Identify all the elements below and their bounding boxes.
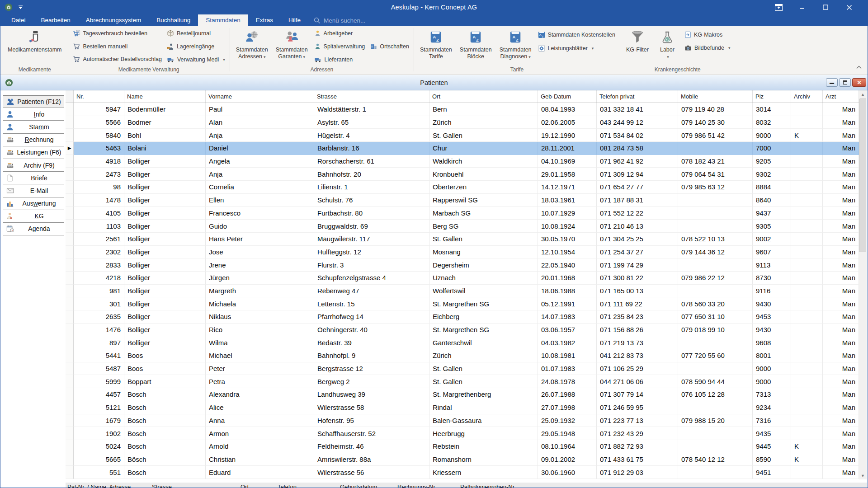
table-row[interactable]: 5665BöschChristianAmriswilerstr. 88aRoma… [66, 453, 859, 466]
lieferanten-button[interactable]: Lieferanten [314, 56, 365, 63]
column-header-vorname[interactable]: Vorname [206, 90, 314, 103]
table-row[interactable]: 5999BoppartPetraBergweg 2St. Gallen24.08… [66, 375, 859, 388]
table-row[interactable]: 5441BoosMichaelBahnhofpl. 9Zürich10.08.1… [66, 349, 859, 362]
table-row[interactable]: 981BolligerMargrethRebenweg 47Wolfertswi… [66, 285, 859, 298]
ortschaften-button[interactable]: Ortschaften [370, 43, 409, 50]
table-row[interactable]: 5121BoschAliceWilerstrasse 58Rindal27.07… [66, 401, 859, 414]
inner-close-button[interactable]: ✕ [852, 78, 866, 87]
menu-search[interactable]: Menü suchen... [308, 14, 371, 26]
menu-tab-stammdaten[interactable]: Stammdaten [198, 14, 248, 26]
scrollbar-up-button[interactable]: ▲ [859, 90, 867, 98]
sidebar-item-info[interactable]: Info [3, 108, 64, 121]
labor-button[interactable]: Labor▾ [654, 27, 681, 66]
sidebar-item-rechnung[interactable]: Rechnung [3, 134, 64, 146]
table-row[interactable]: 897BolligerWilmaBedastr. 39Ganterschwil0… [66, 336, 859, 349]
sidebar-item-patienten-f12[interactable]: Patienten (F12) [3, 95, 64, 108]
menu-tab-abrechnungssystem[interactable]: Abrechnungssystem [78, 14, 149, 26]
table-row[interactable]: 1679BoschAnnaHofenstr. 95Balen-Gassaura2… [66, 414, 859, 427]
table-row[interactable]: 98BolligerCorneliaLilienstr. 1Oberterzen… [66, 181, 859, 194]
sidebar-item-leistungen-f6[interactable]: Leistungen (F6) [3, 146, 64, 159]
column-header-name[interactable]: Name [124, 90, 206, 103]
table-row[interactable]: 4105BolligerFrancescoFurtbachstr. 80Marb… [66, 207, 859, 220]
footer-label-rechnungs-nr: Rechnungs-Nr. [397, 483, 437, 488]
vertical-scrollbar[interactable]: ▲ ▼ [859, 90, 867, 479]
table-row[interactable]: 4457BoschAlexandraLandhusweg 39St. Margr… [66, 388, 859, 401]
arbeitgeber-button[interactable]: Arbeitgeber [314, 30, 365, 37]
column-header-plz[interactable]: Plz [753, 90, 791, 103]
column-header-strasse[interactable]: Strasse [314, 90, 429, 103]
medikamentenstamm-button[interactable]: Medikamentenstamm [5, 27, 65, 66]
window-title: Aeskulap - Kern Concept AG [0, 4, 868, 11]
table-row[interactable]: 5947BodenmüllerPaulWaldstätterstr. 1Bern… [66, 103, 859, 116]
verwaltung-medi-button[interactable]: Verwaltung Medi▾ [167, 56, 225, 63]
ribbon-group-medikamente: MedikamentenstammMedikamente [2, 26, 68, 75]
kg-makros-button[interactable]: KG-Makros [684, 31, 731, 38]
menu-tab-buchhaltung[interactable]: Buchhaltung [149, 14, 198, 26]
table-row[interactable]: 2635BolligerNiklausPfarrhofweg 14Eichber… [66, 310, 859, 324]
ribbon-display-options-button[interactable] [767, 0, 790, 14]
sidebar-item-agenda[interactable]: Agenda [3, 223, 64, 235]
scrollbar-down-button[interactable]: ▼ [859, 472, 867, 479]
table-row[interactable]: 1902BoschArmonSchaffhauserstr. 52Heerbru… [66, 427, 859, 440]
inner-restore-button[interactable] [839, 78, 851, 87]
table-row[interactable]: 5024BoschArnoldFeldheimstr. 46Rebstein08… [66, 440, 859, 453]
document-icon [6, 174, 14, 182]
table-row[interactable]: 551BoschEduardWilerstrasse 56Kriessern30… [66, 466, 859, 479]
stammdaten-kostenstellen-button[interactable]: AZStammdaten Kostenstellen [538, 31, 615, 38]
column-header-ort[interactable]: Ort [429, 90, 538, 103]
column-header-mobile[interactable]: Mobile [678, 90, 753, 103]
scrollbar-thumb[interactable] [859, 99, 866, 252]
table-row[interactable]: 1476BolligerRicoOehningerstr. 40St. Marg… [66, 324, 859, 337]
menu-tab-hilfe[interactable]: Hilfe [281, 14, 308, 26]
menu-tab-bearbeiten[interactable]: Bearbeiten [33, 14, 78, 26]
footer-label-geburtsdatum: Geburtsdatum [340, 483, 377, 488]
table-row[interactable]: 5566BodmerAlanAsylstr. 65Zürich02.06.200… [66, 116, 859, 129]
agenda-icon [6, 225, 14, 233]
stammdaten-adressen-button[interactable]: StammdatenAdressen▾ [233, 27, 271, 66]
stammdaten-bloecke-button[interactable]: AZStammdatenBlöcke [457, 27, 495, 66]
table-row[interactable]: 2833BolligerJreneFlurstr. 3Degersheim22.… [66, 258, 859, 272]
inner-minimize-button[interactable]: ▬ [826, 78, 838, 87]
lagereingaenge-button[interactable]: Lagereingänge [167, 43, 225, 50]
column-header-telefon-privat[interactable]: Telefon privat [597, 90, 678, 103]
sidebar-item-stamm[interactable]: Stamm [3, 121, 64, 133]
table-row[interactable]: 2473BolligerAnjaBahnhofstr. 20Kronbuehl2… [66, 168, 859, 181]
table-row[interactable]: ▶5463BolaniDanielBarblanstr. 16Chur28.11… [66, 142, 859, 155]
table-row[interactable]: 301BolligerMichaelaLettenstr. 15St. Marg… [66, 297, 859, 310]
column-header-archiv[interactable]: Archiv [791, 90, 823, 103]
stammdaten-garanten-button[interactable]: StammdatenGaranten▾ [273, 27, 311, 66]
table-row[interactable]: 2302BolligerJoseHulfteggstr. 12Mosnang12… [66, 246, 859, 259]
sidebar-item-archiv-f9[interactable]: Archiv (F9) [3, 159, 64, 172]
bestellen-manuell-button[interactable]: Bestellen manuell [73, 43, 162, 50]
table-row[interactable]: 4218BolligerJürgenSchupfenzelgstrasse 4U… [66, 272, 859, 285]
leistungsblaetter-button[interactable]: Leistungsblätter▾ [538, 45, 615, 52]
sidebar-item-auswertung[interactable]: Auswertung [3, 197, 64, 210]
stammdaten-diagnosen-button[interactable]: AZStammdatenDiagnosen▾ [497, 27, 534, 66]
kg-filter-button[interactable]: KG-Filter [623, 27, 651, 66]
table-row[interactable]: 1478BolligerEllenSchulstr. 76Rapperswil … [66, 194, 859, 207]
spitalverwaltung-button[interactable]: Spitalverwaltung [314, 43, 365, 50]
stammdaten-tarife-button[interactable]: AZStammdatenTarife [417, 27, 455, 66]
minimize-button[interactable] [790, 0, 814, 14]
sidebar-item-e-mail[interactable]: E-Mail [3, 184, 64, 197]
column-header-geb-datum[interactable]: Geb-Datum [538, 90, 597, 103]
table-row[interactable]: 5487BoosPeterBergstrasse 12St. Gallen01.… [66, 362, 859, 375]
table-row[interactable]: 2561BolligerHans PeterMaugwilerstr. 117S… [66, 233, 859, 246]
menu-tab-extras[interactable]: Extras [248, 14, 281, 26]
automatischer-bestellvorschlag-button[interactable]: Automatischer Bestellvorschlag [73, 56, 162, 63]
column-header-arzt[interactable]: Arzt [823, 90, 859, 103]
tagesverbrauch-bestellen-button[interactable]: Tagesverbrauch bestellen [73, 30, 162, 37]
sidebar-item-briefe[interactable]: Briefe [3, 172, 64, 184]
menu-tab-datei[interactable]: Datei [4, 14, 33, 26]
bildbefunde-button[interactable]: Bildbefunde▾ [684, 45, 731, 51]
table-row[interactable]: 1103BolligerGuidoBruggwaldstr. 69Berg SG… [66, 220, 859, 233]
bestelljournal-button[interactable]: Bestelljournal [167, 30, 225, 37]
maximize-button[interactable] [814, 0, 837, 14]
quick-access-customize-button[interactable] [18, 5, 23, 9]
sidebar-item-kg[interactable]: KG [3, 210, 64, 223]
column-header-nr[interactable]: Nr. [74, 90, 124, 103]
close-button[interactable] [837, 0, 861, 14]
table-row[interactable]: 4918BolligerAngelaRorschacherstr. 61Wald… [66, 155, 859, 168]
table-row[interactable]: 5840BohlAnjaHügelstr. 4St. Gallen19.12.1… [66, 129, 859, 142]
collapse-ribbon-chevron-icon[interactable] [856, 63, 862, 71]
